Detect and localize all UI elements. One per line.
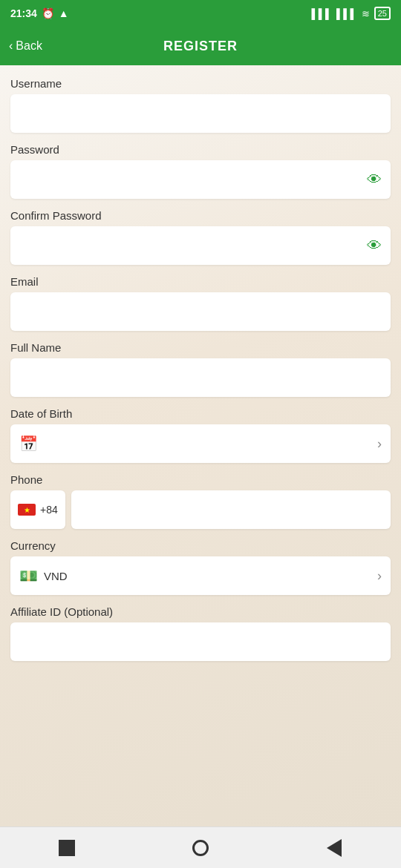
phone-wrapper: +84: [10, 490, 391, 529]
affiliate-input[interactable]: [10, 622, 391, 661]
dob-group: Date of Birth 📅 ›: [10, 407, 391, 463]
calendar-icon: 📅: [19, 435, 38, 453]
username-label: Username: [10, 77, 391, 90]
back-label: Back: [16, 39, 42, 53]
signal-icon: ▌▌▌: [311, 8, 332, 19]
password-label: Password: [10, 143, 391, 156]
fullname-input[interactable]: [10, 358, 391, 397]
currency-left: 💵 VND: [19, 567, 68, 585]
affiliate-group: Affiliate ID (Optional): [10, 605, 391, 661]
currency-field[interactable]: 💵 VND ›: [10, 556, 391, 595]
phone-prefix-button[interactable]: +84: [10, 490, 65, 529]
dob-field[interactable]: 📅 ›: [10, 424, 391, 463]
nav-stop-button[interactable]: [53, 835, 80, 861]
phone-prefix-label: +84: [40, 504, 58, 516]
vietnam-flag-icon: [18, 504, 36, 516]
confirm-password-input-wrapper: 👁: [10, 226, 391, 265]
password-input-wrapper: 👁: [10, 160, 391, 199]
password-input[interactable]: [10, 160, 391, 199]
confirm-password-toggle-icon[interactable]: 👁: [367, 237, 382, 254]
status-bar: 21:34 ⏰ ▲ ▌▌▌ ▌▌▌ ≋ 25: [0, 0, 401, 27]
email-input-wrapper: [10, 292, 391, 331]
back-arrow-icon: ‹: [9, 39, 13, 53]
register-form: Username Password 👁 Confirm Password 👁 E…: [0, 65, 401, 826]
affiliate-input-wrapper: [10, 622, 391, 661]
phone-input[interactable]: [71, 490, 391, 529]
email-group: Email: [10, 275, 391, 331]
confirm-password-label: Confirm Password: [10, 209, 391, 222]
nav-bar: [0, 826, 401, 868]
time-display: 21:34: [10, 7, 37, 19]
app-header: ‹ Back REGISTER: [0, 27, 401, 65]
currency-icon: 💵: [19, 567, 38, 585]
home-icon: [192, 840, 209, 856]
dob-label: Date of Birth: [10, 407, 391, 420]
username-input[interactable]: [10, 94, 391, 133]
confirm-password-input[interactable]: [10, 226, 391, 265]
currency-arrow-icon: ›: [377, 568, 382, 584]
email-label: Email: [10, 275, 391, 288]
phone-label: Phone: [10, 473, 391, 486]
stop-icon: [59, 840, 75, 856]
back-nav-icon: [327, 839, 342, 857]
currency-value: VND: [44, 570, 68, 582]
password-toggle-icon[interactable]: 👁: [367, 171, 382, 188]
nav-home-button[interactable]: [187, 835, 214, 861]
username-group: Username: [10, 77, 391, 133]
signal-icon-2: ▌▌▌: [336, 8, 357, 19]
affiliate-label: Affiliate ID (Optional): [10, 605, 391, 618]
password-group: Password 👁: [10, 143, 391, 199]
username-input-wrapper: [10, 94, 391, 133]
fullname-group: Full Name: [10, 341, 391, 397]
currency-group: Currency 💵 VND ›: [10, 539, 391, 595]
nav-back-button[interactable]: [321, 835, 348, 861]
currency-label: Currency: [10, 539, 391, 552]
back-button[interactable]: ‹ Back: [9, 39, 42, 53]
warning-icon: ▲: [59, 7, 69, 19]
email-input[interactable]: [10, 292, 391, 331]
battery-icon: 25: [374, 7, 391, 20]
dob-arrow-icon: ›: [377, 436, 382, 452]
fullname-input-wrapper: [10, 358, 391, 397]
page-title: REGISTER: [163, 39, 238, 54]
confirm-password-group: Confirm Password 👁: [10, 209, 391, 265]
status-left: 21:34 ⏰ ▲: [10, 7, 69, 19]
fullname-label: Full Name: [10, 341, 391, 354]
wifi-icon: ≋: [362, 8, 370, 19]
dob-left: 📅: [19, 435, 38, 453]
status-right: ▌▌▌ ▌▌▌ ≋ 25: [311, 7, 391, 20]
alarm-icon: ⏰: [42, 7, 54, 19]
phone-group: Phone +84: [10, 473, 391, 529]
